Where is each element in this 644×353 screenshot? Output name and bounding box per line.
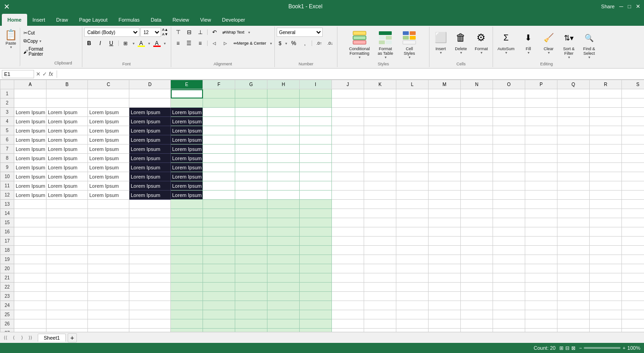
cell-F27[interactable]	[203, 329, 235, 332]
cell-F22[interactable]	[203, 283, 235, 292]
cell-R8[interactable]	[590, 154, 622, 163]
cell-C27[interactable]	[88, 329, 129, 332]
cell-F12[interactable]	[203, 191, 235, 200]
cell-P25[interactable]	[525, 310, 557, 319]
cell-Q1[interactable]	[557, 89, 590, 98]
cell-S14[interactable]	[622, 209, 644, 218]
cell-F16[interactable]	[203, 227, 235, 237]
cell-J8[interactable]	[332, 154, 364, 163]
cell-I17[interactable]	[300, 237, 332, 246]
cell-B16[interactable]	[46, 227, 88, 237]
cell-Q16[interactable]	[557, 227, 590, 237]
cell-G7[interactable]	[235, 145, 267, 154]
copy-button[interactable]: ⧉ Copy ▼	[22, 37, 45, 45]
row-header-24[interactable]: 24	[0, 301, 14, 310]
cell-O1[interactable]	[493, 89, 525, 98]
cell-C22[interactable]	[88, 283, 129, 292]
cell-N8[interactable]	[461, 154, 493, 163]
tab-insert[interactable]: Insert	[27, 14, 51, 26]
cell-H12[interactable]	[267, 191, 300, 200]
clear-button[interactable]: 🧹 Clear ▼	[540, 28, 558, 56]
cell-O10[interactable]	[493, 172, 525, 181]
borders-button[interactable]: ⊞	[121, 39, 131, 48]
align-center-button[interactable]: ☰	[184, 39, 194, 48]
cell-C24[interactable]	[88, 301, 129, 310]
cut-button[interactable]: ✂ Cut	[22, 29, 45, 36]
cell-B2[interactable]	[46, 98, 88, 108]
sheet-next-button[interactable]: ⟩	[18, 334, 26, 341]
row-header-23[interactable]: 23	[0, 292, 14, 301]
cell-L26[interactable]	[396, 319, 429, 329]
cell-S15[interactable]	[622, 218, 644, 227]
cell-G11[interactable]	[235, 181, 267, 191]
cell-S16[interactable]	[622, 227, 644, 237]
cell-P9[interactable]	[525, 163, 557, 172]
cell-D21[interactable]	[129, 273, 171, 283]
cell-M10[interactable]	[429, 172, 461, 181]
cell-F19[interactable]	[203, 255, 235, 264]
col-header-E[interactable]: E	[171, 80, 203, 89]
cell-K27[interactable]	[364, 329, 396, 332]
cell-A2[interactable]	[14, 98, 46, 108]
col-header-L[interactable]: L	[396, 80, 429, 89]
cell-A9[interactable]: Lorem Ipsum	[14, 163, 46, 172]
cell-E1[interactable]	[171, 89, 203, 98]
cell-P1[interactable]	[525, 89, 557, 98]
cell-H11[interactable]	[267, 181, 300, 191]
cell-I13[interactable]	[300, 200, 332, 209]
cell-F1[interactable]	[203, 89, 235, 98]
cell-I25[interactable]	[300, 310, 332, 319]
cell-R2[interactable]	[590, 98, 622, 108]
cell-I16[interactable]	[300, 227, 332, 237]
cell-I20[interactable]	[300, 264, 332, 273]
cell-K15[interactable]	[364, 218, 396, 227]
cell-G12[interactable]	[235, 191, 267, 200]
cell-R24[interactable]	[590, 301, 622, 310]
cell-O23[interactable]	[493, 292, 525, 301]
cell-E21[interactable]	[171, 273, 203, 283]
cell-R16[interactable]	[590, 227, 622, 237]
cell-I24[interactable]	[300, 301, 332, 310]
cell-G25[interactable]	[235, 310, 267, 319]
row-header-6[interactable]: 6	[0, 135, 14, 145]
font-color-button[interactable]: A	[152, 39, 162, 48]
cell-N11[interactable]	[461, 181, 493, 191]
cell-P27[interactable]	[525, 329, 557, 332]
autosum-button[interactable]: Σ AutoSum ▼	[495, 28, 517, 56]
col-header-M[interactable]: M	[429, 80, 461, 89]
cell-I18[interactable]	[300, 246, 332, 255]
cell-R19[interactable]	[590, 255, 622, 264]
cell-A10[interactable]: Lorem Ipsum	[14, 172, 46, 181]
wrap-text-button[interactable]: ⇌ Wrap Text	[220, 28, 246, 37]
cell-O21[interactable]	[493, 273, 525, 283]
col-header-Q[interactable]: Q	[557, 80, 590, 89]
cell-M8[interactable]	[429, 154, 461, 163]
cell-A1[interactable]	[14, 89, 46, 98]
cell-B1[interactable]	[46, 89, 88, 98]
cell-J15[interactable]	[332, 218, 364, 227]
cell-R3[interactable]	[590, 108, 622, 117]
cell-D11[interactable]: Lorem Ipsum	[129, 181, 171, 191]
cell-K26[interactable]	[364, 319, 396, 329]
cell-F17[interactable]	[203, 237, 235, 246]
cell-F26[interactable]	[203, 319, 235, 329]
cell-G4[interactable]	[235, 117, 267, 126]
align-middle-button[interactable]: ⊟	[184, 28, 194, 37]
cell-C7[interactable]: Lorem Ipsum	[88, 145, 129, 154]
cell-D17[interactable]	[129, 237, 171, 246]
cell-P17[interactable]	[525, 237, 557, 246]
sheet-first-button[interactable]: ⟨⟨	[2, 334, 9, 341]
cell-Q9[interactable]	[557, 163, 590, 172]
cell-I23[interactable]	[300, 292, 332, 301]
cell-J2[interactable]	[332, 98, 364, 108]
cell-Q2[interactable]	[557, 98, 590, 108]
row-header-17[interactable]: 17	[0, 237, 14, 246]
cell-N12[interactable]	[461, 191, 493, 200]
row-header-10[interactable]: 10	[0, 172, 14, 181]
cell-H10[interactable]	[267, 172, 300, 181]
comma-button[interactable]: ,	[300, 39, 310, 48]
cell-C4[interactable]: Lorem Ipsum	[88, 117, 129, 126]
cell-J26[interactable]	[332, 319, 364, 329]
sheet-last-button[interactable]: ⟩⟩	[27, 334, 34, 341]
cell-E13[interactable]	[171, 200, 203, 209]
